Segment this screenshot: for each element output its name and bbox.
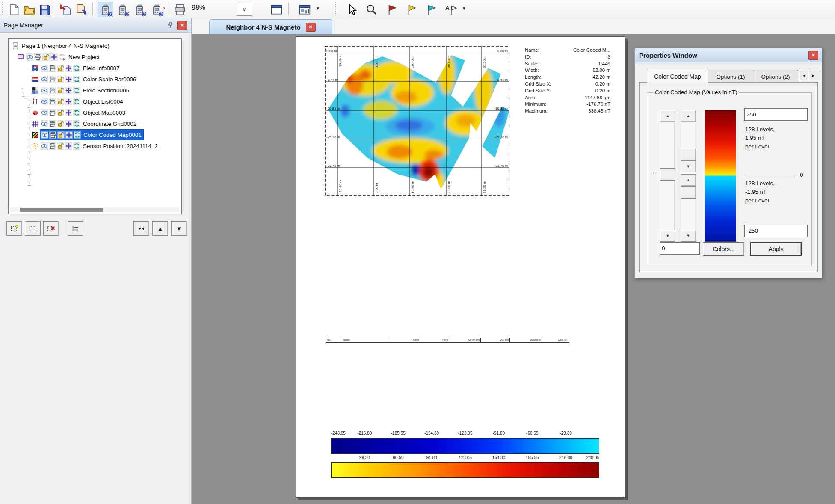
refresh-icon[interactable] — [73, 87, 80, 94]
move-icon[interactable] — [65, 65, 72, 72]
lock-icon[interactable] — [57, 109, 64, 116]
tab-options-2[interactable]: Options (2) — [753, 70, 798, 83]
move-icon[interactable] — [65, 87, 72, 94]
visibility-icon[interactable] — [41, 131, 48, 139]
lock-icon[interactable] — [57, 76, 64, 83]
yellow-flag-marker-button[interactable] — [404, 2, 419, 17]
move-icon[interactable] — [50, 53, 58, 61]
delete-page-button[interactable] — [43, 221, 59, 236]
open-file-button[interactable] — [21, 2, 37, 17]
tree-item-sensor-position[interactable]: Sensor Position: 20241114_2 — [9, 140, 181, 151]
move-icon[interactable] — [65, 109, 72, 116]
image-view-button[interactable] — [297, 2, 312, 17]
visibility-icon[interactable] — [26, 53, 33, 61]
split-page-button[interactable] — [25, 221, 41, 236]
shift-scrollbar-thumb[interactable] — [660, 168, 675, 181]
toolbar-grip[interactable] — [2, 2, 3, 16]
lock-icon[interactable] — [57, 142, 64, 150]
import-data-button[interactable] — [57, 2, 73, 17]
refresh-icon[interactable] — [73, 65, 80, 72]
refresh-icon[interactable] — [74, 131, 81, 139]
visibility-icon[interactable] — [41, 87, 48, 94]
print-button[interactable] — [172, 2, 187, 17]
tree-item-field-section[interactable]: Field Section0005 — [9, 85, 181, 96]
print-toggle-icon[interactable] — [49, 87, 56, 94]
lower-level-scroll-down-button[interactable]: ▼ — [681, 230, 696, 242]
label-flag-button[interactable] — [443, 2, 459, 17]
document-tab[interactable]: Neighbor 4 N-S Magneto × — [209, 19, 332, 35]
zoom-tool-button[interactable] — [364, 2, 379, 17]
device-98-button[interactable]: 98 — [132, 2, 147, 17]
visibility-icon[interactable] — [41, 120, 48, 127]
select-cursor-button[interactable] — [344, 2, 359, 17]
tree-item-color-coded-map[interactable]: Color Coded Map0001 — [9, 129, 181, 140]
shift-value-input[interactable] — [660, 242, 700, 255]
tree-item-object-list[interactable]: Object List0004 — [9, 96, 181, 107]
document-page[interactable]: 0.00 m -8.44 m -16.88 m -25.32 m -33.76 … — [296, 36, 625, 498]
move-icon[interactable] — [65, 142, 72, 150]
print-toggle-icon[interactable] — [49, 120, 56, 127]
visibility-icon[interactable] — [41, 142, 48, 150]
upper-value-input[interactable] — [744, 108, 808, 121]
properties-titlebar[interactable]: Properties Window × — [635, 48, 822, 62]
move-icon[interactable] — [65, 120, 72, 127]
tree-horizontal-scrollbar[interactable] — [10, 207, 179, 212]
tree-item-coordinate-grid[interactable]: Coordinate Grid0002 — [9, 118, 181, 129]
visibility-icon[interactable] — [41, 65, 48, 72]
document-tab-close-button[interactable]: × — [306, 23, 316, 32]
image-view-dropdown-caret[interactable]: ▼ — [316, 6, 320, 11]
shift-scroll-up-button[interactable]: ▲ — [660, 110, 675, 122]
move-icon[interactable] — [65, 131, 73, 139]
visibility-icon[interactable] — [41, 76, 48, 83]
tree-item-new-project[interactable]: New Project — [9, 51, 181, 62]
lock-icon[interactable] — [57, 98, 64, 105]
print-toggle-icon[interactable] — [49, 109, 56, 116]
export-data-button[interactable] — [74, 2, 89, 17]
zoom-dropdown-button[interactable]: ∨ — [237, 3, 252, 16]
apply-button[interactable]: Apply — [750, 242, 802, 256]
tab-options-1[interactable]: Options (1) — [708, 70, 754, 83]
refresh-icon[interactable] — [73, 120, 80, 127]
zoom-level-value[interactable]: 98% — [192, 4, 205, 12]
refresh-icon[interactable] — [73, 109, 80, 116]
tab-scroll-right-button[interactable]: ► — [808, 71, 818, 80]
new-document-button[interactable] — [6, 2, 21, 17]
tree-item-object-map[interactable]: Object Map0003 — [9, 107, 181, 118]
move-down-button[interactable]: ▼ — [171, 221, 187, 236]
shift-scroll-down-button[interactable]: ▼ — [660, 230, 675, 242]
tree-item-page1[interactable]: Page 1 (Neighbor 4 N-S Magneto) — [9, 40, 181, 51]
lower-value-input[interactable] — [744, 225, 808, 237]
device-96-button[interactable]: 96 — [115, 2, 130, 17]
properties-close-button[interactable]: × — [808, 51, 818, 60]
visibility-icon[interactable] — [41, 98, 48, 105]
lower-level-scroll-up-button[interactable]: ▲ — [681, 174, 696, 186]
lock-icon[interactable] — [57, 87, 64, 94]
visibility-icon[interactable] — [41, 109, 48, 116]
colors-button[interactable]: Colors... — [703, 242, 744, 256]
page-view-button[interactable] — [269, 2, 284, 17]
move-icon[interactable] — [65, 98, 72, 105]
print-toggle-icon[interactable] — [49, 131, 56, 139]
lock-icon[interactable] — [57, 120, 64, 127]
tree-item-color-scale-bar[interactable]: Color Scale Bar0006 — [9, 74, 181, 85]
list-view-button[interactable] — [68, 221, 83, 236]
print-toggle-icon[interactable] — [34, 53, 41, 61]
refresh-icon[interactable] — [73, 76, 80, 83]
upper-level-scroll-down-button[interactable]: ▼ — [681, 160, 696, 172]
print-toggle-icon[interactable] — [49, 65, 56, 72]
tab-color-coded-map[interactable]: Color Coded Map — [647, 69, 708, 83]
lower-level-scrollbar-thumb[interactable] — [681, 186, 696, 199]
cyan-flag-marker-button[interactable] — [423, 2, 439, 17]
new-page-button[interactable] — [6, 221, 22, 236]
move-up-button[interactable]: ▲ — [152, 221, 168, 236]
tree-item-field-info[interactable]: Field Info0007 — [9, 62, 181, 74]
upper-level-scroll-up-button[interactable]: ▲ — [681, 110, 696, 122]
save-button[interactable] — [37, 2, 52, 17]
device-93-button[interactable]: 93 — [98, 2, 113, 17]
upper-level-scrollbar-thumb[interactable] — [681, 148, 696, 160]
scrollbar-thumb[interactable] — [20, 208, 103, 212]
print-toggle-icon[interactable] — [49, 98, 56, 105]
refresh-icon[interactable] — [73, 142, 80, 150]
pin-button[interactable] — [166, 21, 175, 30]
print-toggle-icon[interactable] — [49, 76, 56, 83]
